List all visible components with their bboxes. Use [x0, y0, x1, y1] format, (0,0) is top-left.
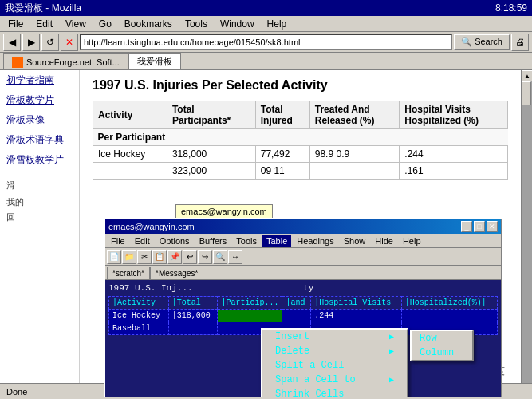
col-header-treated: Treated AndReleased (%) [309, 101, 400, 129]
status-text: Done [6, 387, 27, 397]
menu-help[interactable]: Help [262, 17, 292, 31]
cell-activity-1: Ice Hockey [93, 146, 167, 163]
stop-button[interactable]: ✕ [61, 34, 78, 51]
editor-tab-scratch[interactable]: *scratch* [107, 267, 150, 279]
editor-tool-search[interactable]: 🔍 [213, 250, 227, 264]
editor-tool-copy[interactable]: 📋 [152, 250, 167, 264]
editor-table-header-row: |Activity |Total |Particip... |and |Hosp… [109, 297, 498, 310]
scrollbar: ▲ ▼ [521, 70, 532, 397]
editor-menu-tools[interactable]: Tools [232, 235, 261, 247]
cell-treated-1: 98.9 0.9 [309, 146, 400, 163]
tab-favicon-sourceforge [12, 57, 23, 68]
submenu-column[interactable]: Column [412, 346, 472, 360]
editor-toolbar: 📄 📁 ✂ 📋 📌 ↩ ↪ 🔍 ↔ [105, 248, 501, 266]
toolbar: ◀ ▶ ↺ ✕ 🔍 Search 🖨 [0, 32, 532, 53]
cell-participants-2: 323,000 [167, 163, 255, 180]
cell-hospital-1: .244 [400, 146, 508, 163]
sidebar-item-video[interactable]: 滑板录像 [0, 110, 79, 130]
editor-menu-bar: File Edit Options Buffers Tools Table He… [105, 234, 501, 248]
context-menu-span-label: Span a Cell to [275, 374, 356, 385]
col-header-activity: Activity [93, 101, 167, 129]
menu-tools[interactable]: Tools [180, 17, 212, 31]
email-tooltip: emacs@wangyin.com [175, 204, 273, 219]
editor-tool-redo[interactable]: ↪ [198, 250, 212, 264]
editor-maximize-button[interactable]: □ [474, 221, 485, 232]
url-bar [80, 34, 452, 50]
editor-menu-headings[interactable]: Headings [293, 235, 337, 247]
sidebar-item-ski[interactable]: 滑雪板教学片 [0, 150, 79, 170]
context-menu-delete-arrow: ▶ [389, 346, 394, 356]
context-menu-insert-label: Insert [275, 331, 309, 342]
menu-edit[interactable]: Edit [31, 17, 57, 31]
cell-injured-2: 09 11 [255, 163, 309, 180]
sidebar-item-tutorial[interactable]: 滑板教学片 [0, 90, 79, 110]
back-button[interactable]: ◀ [3, 34, 21, 51]
editor-title-bar: emacs@wangyin.com _ □ ✕ [105, 219, 501, 234]
editor-menu-show[interactable]: Show [340, 235, 370, 247]
editor-menu-buffers[interactable]: Buffers [195, 235, 231, 247]
table-row: Ice Hockey 318,000 77,492 98.9 0.9 .244 [93, 146, 508, 163]
editor-menu-table[interactable]: Table [262, 235, 291, 247]
scroll-thumb[interactable] [522, 81, 531, 105]
tab-bar: SourceForge.net: Soft... 我爱滑板 [0, 53, 532, 70]
context-menu-shrink[interactable]: Shrink Cells [262, 387, 407, 397]
editor-tool-cut[interactable]: ✂ [137, 250, 152, 264]
editor-title-buttons: _ □ ✕ [461, 221, 498, 232]
col-header-injured: TotalInjured [255, 101, 309, 129]
submenu-insert: Row Column [410, 330, 474, 361]
tab-label-skateboard: 我爱滑板 [137, 56, 172, 68]
cell-participants-1: 318,000 [167, 146, 255, 163]
window-time: 8:18:59 [495, 2, 527, 14]
printer-button[interactable]: 🖨 [511, 34, 529, 51]
reload-button[interactable]: ↺ [41, 34, 59, 51]
page-title: 1997 U.S. Injuries Per Selected Activity [93, 78, 508, 93]
menu-view[interactable]: View [61, 17, 91, 31]
sidebar-item-beginner[interactable]: 初学者指南 [0, 70, 79, 90]
editor-tool-new[interactable]: 📄 [107, 250, 121, 264]
editor-menu-edit[interactable]: Edit [131, 235, 154, 247]
submenu-row[interactable]: Row [412, 331, 472, 346]
editor-tool-open[interactable]: 📁 [122, 250, 136, 264]
menu-bookmarks[interactable]: Bookmarks [120, 17, 177, 31]
editor-close-button[interactable]: ✕ [487, 221, 498, 232]
context-menu-span[interactable]: Span a Cell to ▶ [262, 373, 407, 387]
editor-header-hospital-visits: |Hospital Visits [311, 297, 402, 310]
editor-menu-file[interactable]: File [107, 235, 129, 247]
editor-menu-hide[interactable]: Hide [371, 235, 397, 247]
editor-cell-318000: |318,000 [168, 310, 218, 322]
col-header-hospital: Hospital VisitsHospitalized (%) [400, 101, 508, 129]
context-menu-insert[interactable]: Insert ▶ [262, 330, 407, 344]
editor-minimize-button[interactable]: _ [461, 221, 472, 232]
data-table: Activity TotalParticipants* TotalInjured… [93, 101, 508, 180]
col-header-participants: TotalParticipants* [167, 101, 255, 129]
context-menu-delete[interactable]: Delete ▶ [262, 344, 407, 358]
title-bar: 我爱滑板 - Mozilla 8:18:59 [0, 0, 532, 16]
sidebar-item-glossary[interactable]: 滑板术语字典 [0, 130, 79, 150]
menu-file[interactable]: File [3, 17, 28, 31]
editor-cell-hockey: Ice Hockey [109, 310, 169, 322]
editor-window: emacs@wangyin.com _ □ ✕ File Edit Option… [104, 218, 502, 397]
tab-sourceforge[interactable]: SourceForge.net: Soft... [3, 53, 128, 69]
editor-cell-green [218, 310, 282, 322]
main-content: 初学者指南 滑板教学片 滑板录像 滑板术语字典 滑雪板教学片 滑 我的 回 19… [0, 70, 532, 397]
cell-hospital-2: .161 [400, 163, 508, 180]
editor-cell-baseball-p [168, 322, 218, 335]
editor-menu-options[interactable]: Options [156, 235, 194, 247]
page-content: 1997 U.S. Injuries Per Selected Activity… [80, 70, 521, 397]
editor-header-hospitalized: |Hospitalized(%)| [401, 297, 497, 310]
search-button[interactable]: 🔍 Search [454, 34, 510, 50]
scroll-up-button[interactable]: ▲ [522, 70, 532, 81]
context-menu-span-arrow: ▶ [389, 375, 394, 385]
tab-skateboard[interactable]: 我爱滑板 [128, 53, 181, 69]
editor-tool-paste[interactable]: 📌 [167, 250, 182, 264]
url-input[interactable] [80, 34, 452, 50]
editor-menu-help[interactable]: Help [399, 235, 425, 247]
menu-window[interactable]: Window [215, 17, 259, 31]
forward-button[interactable]: ▶ [22, 34, 40, 51]
editor-tool-undo[interactable]: ↩ [183, 250, 197, 264]
context-menu-split[interactable]: Split a Cell [262, 358, 407, 373]
context-menu-delete-label: Delete [275, 346, 309, 357]
menu-go[interactable]: Go [94, 17, 116, 31]
editor-tool-replace[interactable]: ↔ [228, 250, 242, 264]
editor-tab-messages[interactable]: *Messages* [150, 267, 203, 279]
